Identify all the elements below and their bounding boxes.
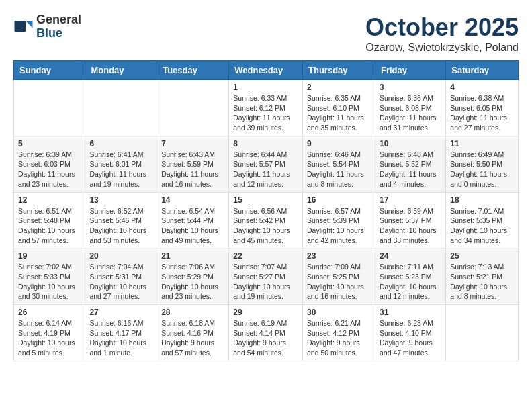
calendar-cell: 2Sunrise: 6:35 AM Sunset: 6:10 PM Daylig…	[303, 80, 375, 136]
day-info: Sunrise: 6:46 AM Sunset: 5:54 PM Dayligh…	[307, 150, 371, 189]
day-info: Sunrise: 6:51 AM Sunset: 5:48 PM Dayligh…	[18, 206, 81, 246]
day-number: 30	[307, 308, 371, 317]
calendar-cell: 8Sunrise: 6:44 AM Sunset: 5:57 PM Daylig…	[229, 136, 303, 192]
logo-icon	[13, 17, 34, 37]
calendar-cell	[446, 305, 519, 361]
calendar-week-row: 12Sunrise: 6:51 AM Sunset: 5:48 PM Dayli…	[14, 192, 519, 248]
day-info: Sunrise: 6:21 AM Sunset: 4:12 PM Dayligh…	[307, 318, 371, 358]
day-info: Sunrise: 6:23 AM Sunset: 4:10 PM Dayligh…	[380, 318, 441, 358]
calendar-cell: 17Sunrise: 6:59 AM Sunset: 5:37 PM Dayli…	[375, 192, 445, 248]
page-header: General Blue October 2025 Ozarow, Swieto…	[13, 13, 519, 54]
day-info: Sunrise: 6:39 AM Sunset: 6:03 PM Dayligh…	[18, 150, 81, 189]
day-number: 23	[307, 251, 371, 261]
calendar-table: SundayMondayTuesdayWednesdayThursdayFrid…	[13, 60, 519, 361]
day-number: 31	[380, 308, 441, 317]
day-number: 14	[161, 195, 224, 205]
day-number: 4	[450, 83, 514, 92]
calendar-cell: 29Sunrise: 6:19 AM Sunset: 4:14 PM Dayli…	[229, 305, 303, 361]
day-number: 5	[18, 139, 81, 148]
calendar-week-row: 26Sunrise: 6:14 AM Sunset: 4:19 PM Dayli…	[14, 305, 519, 361]
calendar-cell: 4Sunrise: 6:38 AM Sunset: 6:05 PM Daylig…	[446, 80, 519, 136]
calendar-cell: 18Sunrise: 7:01 AM Sunset: 5:35 PM Dayli…	[446, 192, 519, 248]
month-title: October 2025	[365, 13, 519, 42]
weekday-header-thursday: Thursday	[303, 61, 375, 80]
calendar-cell: 13Sunrise: 6:52 AM Sunset: 5:46 PM Dayli…	[85, 192, 157, 248]
weekday-header-tuesday: Tuesday	[157, 61, 229, 80]
day-number: 11	[450, 139, 514, 148]
day-info: Sunrise: 6:16 AM Sunset: 4:17 PM Dayligh…	[89, 318, 152, 358]
logo: General Blue	[13, 13, 81, 40]
day-info: Sunrise: 6:56 AM Sunset: 5:42 PM Dayligh…	[233, 206, 298, 246]
day-number: 2	[307, 83, 371, 92]
calendar-cell	[157, 80, 229, 136]
calendar-cell: 24Sunrise: 7:11 AM Sunset: 5:23 PM Dayli…	[375, 248, 445, 305]
day-info: Sunrise: 6:35 AM Sunset: 6:10 PM Dayligh…	[307, 93, 371, 133]
day-info: Sunrise: 6:41 AM Sunset: 6:01 PM Dayligh…	[89, 150, 152, 189]
calendar-cell: 20Sunrise: 7:04 AM Sunset: 5:31 PM Dayli…	[85, 248, 157, 305]
day-number: 26	[18, 308, 81, 317]
day-info: Sunrise: 6:19 AM Sunset: 4:14 PM Dayligh…	[233, 318, 298, 358]
weekday-header-wednesday: Wednesday	[229, 61, 303, 80]
day-number: 9	[307, 139, 371, 148]
calendar-cell: 30Sunrise: 6:21 AM Sunset: 4:12 PM Dayli…	[303, 305, 375, 361]
day-info: Sunrise: 6:59 AM Sunset: 5:37 PM Dayligh…	[380, 206, 441, 246]
calendar-cell: 10Sunrise: 6:48 AM Sunset: 5:52 PM Dayli…	[375, 136, 445, 192]
day-number: 27	[89, 308, 152, 317]
day-number: 21	[161, 251, 224, 261]
calendar-cell: 25Sunrise: 7:13 AM Sunset: 5:21 PM Dayli…	[446, 248, 519, 305]
calendar-cell: 27Sunrise: 6:16 AM Sunset: 4:17 PM Dayli…	[85, 305, 157, 361]
day-number: 15	[233, 195, 298, 205]
day-number: 13	[89, 195, 152, 205]
day-info: Sunrise: 7:01 AM Sunset: 5:35 PM Dayligh…	[450, 206, 514, 246]
title-area: October 2025 Ozarow, Swietokrzyskie, Pol…	[365, 13, 519, 54]
day-number: 10	[380, 139, 441, 148]
calendar-cell: 21Sunrise: 7:06 AM Sunset: 5:29 PM Dayli…	[157, 248, 229, 305]
day-info: Sunrise: 6:33 AM Sunset: 6:12 PM Dayligh…	[233, 93, 298, 133]
calendar-cell	[14, 80, 85, 136]
calendar-week-row: 1Sunrise: 6:33 AM Sunset: 6:12 PM Daylig…	[14, 80, 519, 136]
day-number: 16	[307, 195, 371, 205]
calendar-cell: 7Sunrise: 6:43 AM Sunset: 5:59 PM Daylig…	[157, 136, 229, 192]
day-info: Sunrise: 6:43 AM Sunset: 5:59 PM Dayligh…	[161, 150, 224, 189]
day-info: Sunrise: 7:09 AM Sunset: 5:25 PM Dayligh…	[307, 262, 371, 302]
day-number: 3	[380, 83, 441, 92]
logo-blue-text: Blue	[36, 27, 81, 40]
day-number: 1	[233, 83, 298, 92]
calendar-cell: 31Sunrise: 6:23 AM Sunset: 4:10 PM Dayli…	[375, 305, 445, 361]
calendar-cell: 26Sunrise: 6:14 AM Sunset: 4:19 PM Dayli…	[14, 305, 85, 361]
day-number: 17	[380, 195, 441, 205]
calendar-cell: 3Sunrise: 6:36 AM Sunset: 6:08 PM Daylig…	[375, 80, 445, 136]
day-number: 28	[161, 308, 224, 317]
day-number: 29	[233, 308, 298, 317]
day-number: 7	[161, 139, 224, 148]
day-info: Sunrise: 6:18 AM Sunset: 4:16 PM Dayligh…	[161, 318, 224, 358]
day-info: Sunrise: 6:44 AM Sunset: 5:57 PM Dayligh…	[233, 150, 298, 189]
day-info: Sunrise: 7:02 AM Sunset: 5:33 PM Dayligh…	[18, 262, 81, 302]
day-number: 6	[89, 139, 152, 148]
calendar-cell: 19Sunrise: 7:02 AM Sunset: 5:33 PM Dayli…	[14, 248, 85, 305]
calendar-cell: 16Sunrise: 6:57 AM Sunset: 5:39 PM Dayli…	[303, 192, 375, 248]
day-number: 24	[380, 251, 441, 261]
day-info: Sunrise: 6:36 AM Sunset: 6:08 PM Dayligh…	[380, 93, 441, 133]
calendar-cell: 12Sunrise: 6:51 AM Sunset: 5:48 PM Dayli…	[14, 192, 85, 248]
weekday-header-sunday: Sunday	[14, 61, 85, 80]
day-number: 20	[89, 251, 152, 261]
day-number: 25	[450, 251, 514, 261]
day-info: Sunrise: 7:06 AM Sunset: 5:29 PM Dayligh…	[161, 262, 224, 302]
day-info: Sunrise: 7:04 AM Sunset: 5:31 PM Dayligh…	[89, 262, 152, 302]
calendar-cell: 23Sunrise: 7:09 AM Sunset: 5:25 PM Dayli…	[303, 248, 375, 305]
day-number: 19	[18, 251, 81, 261]
day-number: 12	[18, 195, 81, 205]
day-info: Sunrise: 6:49 AM Sunset: 5:50 PM Dayligh…	[450, 150, 514, 189]
calendar-week-row: 19Sunrise: 7:02 AM Sunset: 5:33 PM Dayli…	[14, 248, 519, 305]
weekday-header-saturday: Saturday	[446, 61, 519, 80]
day-info: Sunrise: 6:52 AM Sunset: 5:46 PM Dayligh…	[89, 206, 152, 246]
day-info: Sunrise: 6:38 AM Sunset: 6:05 PM Dayligh…	[450, 93, 514, 133]
day-number: 22	[233, 251, 298, 261]
day-number: 8	[233, 139, 298, 148]
day-info: Sunrise: 6:57 AM Sunset: 5:39 PM Dayligh…	[307, 206, 371, 246]
svg-marker-1	[26, 21, 33, 28]
day-info: Sunrise: 6:14 AM Sunset: 4:19 PM Dayligh…	[18, 318, 81, 358]
calendar-week-row: 5Sunrise: 6:39 AM Sunset: 6:03 PM Daylig…	[14, 136, 519, 192]
day-number: 18	[450, 195, 514, 205]
